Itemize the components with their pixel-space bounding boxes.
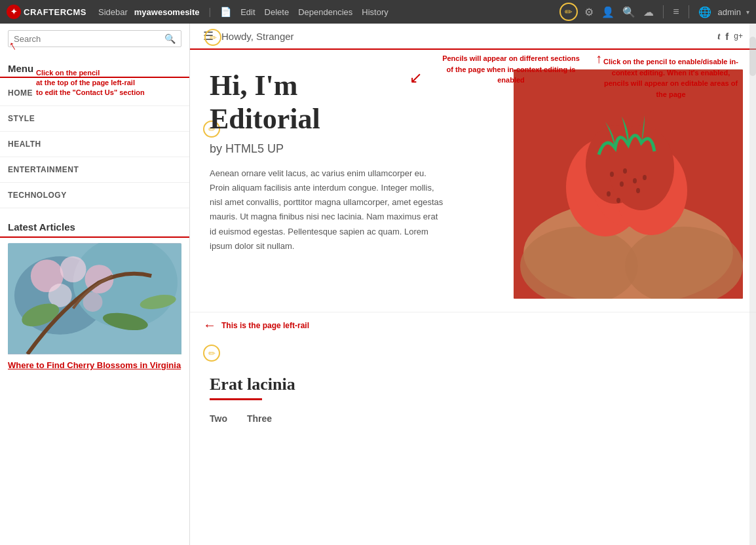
article-caption: Where to Find Cherry Blossoms in Virgini… [8, 354, 181, 374]
pencil-header-container: ✏ [204, 29, 221, 46]
person-icon[interactable]: 👤 [600, 6, 616, 18]
article-image [8, 243, 181, 354]
arrow-left-rail: ← [203, 318, 216, 333]
sidebar-annotation-text: Click on the pencilat the top of the pag… [36, 68, 174, 98]
twitter-icon[interactable]: t [717, 31, 720, 42]
sidebar: 🔍 ↑ Click on the pencilat the top of the… [0, 24, 190, 545]
toolbar-right: ✏ ⚙ 👤 🔍 ☁ ≡ 🌐 admin ▾ [559, 3, 749, 21]
separator: | [209, 7, 212, 17]
strawberry-image [514, 69, 743, 299]
main-wrap: 🔍 ↑ Click on the pencilat the top of the… [0, 24, 756, 545]
menu-item-style[interactable]: STYLE [0, 106, 189, 132]
svg-point-4 [60, 256, 86, 282]
scrollbar-track [749, 24, 756, 545]
svg-point-27 [616, 198, 620, 203]
gplus-icon[interactable]: g+ [734, 31, 743, 41]
edit-action[interactable]: Edit [240, 7, 255, 17]
page-content: ☰ Howdy, Stranger t f g+ ✏ Pencils will … [190, 24, 756, 545]
svg-point-22 [607, 191, 611, 197]
social-icons: t f g+ [717, 31, 743, 42]
col3-header: Three [247, 413, 272, 424]
pencil-section3-button[interactable]: ✏ [203, 345, 220, 362]
pencil-header-button[interactable]: ✏ [204, 29, 221, 46]
svg-point-20 [610, 172, 614, 177]
editorial-section: Hi, I'mEditorial by HTML5 UP Aenean orna… [190, 50, 756, 312]
editorial-subtitle: by HTML5 UP [210, 142, 498, 156]
content-relative-wrap: ☰ Howdy, Stranger t f g+ ✏ Pencils will … [190, 24, 756, 437]
settings-icon[interactable]: ⚙ [583, 6, 595, 18]
search-bar: 🔍 [8, 30, 181, 47]
hamburger-icon[interactable]: ≡ [671, 6, 680, 18]
editorial-text: Hi, I'mEditorial by HTML5 UP Aenean orna… [210, 69, 498, 299]
left-rail-annotation-text: This is the page left-rail [221, 321, 309, 330]
pencil-toolbar-button[interactable]: ✏ [559, 3, 578, 21]
toolbar-divider [663, 5, 664, 18]
page-icon: 📄 [220, 7, 231, 17]
admin-dropdown-icon[interactable]: ▾ [746, 9, 749, 16]
section2-title: Erat lacinia [210, 375, 743, 394]
page-header: ☰ Howdy, Stranger t f g+ [190, 24, 756, 50]
logo-gear-icon: ✦ [7, 5, 21, 19]
search-toolbar-icon[interactable]: 🔍 [621, 6, 637, 18]
toolbar-divider2 [689, 5, 689, 18]
delete-action[interactable]: Delete [265, 7, 290, 17]
history-action[interactable]: History [362, 7, 388, 17]
menu-item-health[interactable]: HEALTH [0, 132, 189, 157]
toolbar: ✦ CRAFTERCMS Sidebar myawesomesite | 📄 E… [0, 0, 756, 24]
cloud-icon[interactable]: ☁ [642, 6, 655, 18]
search-icon: 🔍 [164, 33, 176, 44]
svg-point-21 [620, 181, 624, 187]
blossom-svg [8, 243, 181, 354]
left-rail-annotation-row: ← This is the page left-rail [190, 312, 756, 338]
dependencies-action[interactable]: Dependencies [298, 7, 352, 17]
logo-text: CRAFTERCMS [24, 7, 86, 17]
crafter-logo[interactable]: ✦ CRAFTERCMS [7, 5, 86, 19]
columns-row: Two Three [210, 413, 743, 424]
section-title-underline [210, 398, 262, 400]
svg-point-23 [623, 168, 627, 174]
editorial-body: Aenean ornare velit lacus, ac varius eni… [210, 166, 445, 254]
svg-point-26 [636, 188, 640, 193]
scrollbar-thumb[interactable] [749, 37, 756, 76]
greeting-text: Howdy, Stranger [221, 31, 717, 42]
svg-point-24 [633, 178, 637, 183]
menu-item-entertainment[interactable]: ENTERTAINMENT [0, 157, 189, 183]
article-link[interactable]: Where to Find Cherry Blossoms in Virgini… [8, 360, 181, 370]
strawberry-svg [514, 69, 743, 299]
menu-item-technology[interactable]: TECHNOLOGY [0, 183, 189, 208]
editorial-image [514, 69, 743, 299]
svg-point-6 [48, 284, 72, 307]
article-thumb[interactable]: Where to Find Cherry Blossoms in Virgini… [8, 243, 181, 374]
col2-header: Two [210, 413, 227, 424]
latest-articles-label: Latest Articles [0, 208, 189, 238]
globe-icon[interactable]: 🌐 [697, 6, 713, 18]
admin-menu[interactable]: admin [718, 7, 741, 17]
facebook-icon[interactable]: f [725, 31, 728, 42]
pencil-section3-container: ✏ [190, 338, 756, 362]
second-section: Erat lacinia Two Three [190, 362, 756, 437]
editorial-title: Hi, I'mEditorial [210, 69, 498, 136]
site-name: myawesomesite [134, 7, 200, 17]
search-input[interactable] [14, 34, 161, 44]
page-header-inner: ☰ Howdy, Stranger t f g+ [190, 24, 756, 48]
menu-list: HOME STYLE HEALTH ENTERTAINMENT TECHNOLO… [0, 81, 189, 208]
sidebar-toggle[interactable]: Sidebar [98, 7, 128, 17]
svg-point-25 [643, 175, 647, 180]
